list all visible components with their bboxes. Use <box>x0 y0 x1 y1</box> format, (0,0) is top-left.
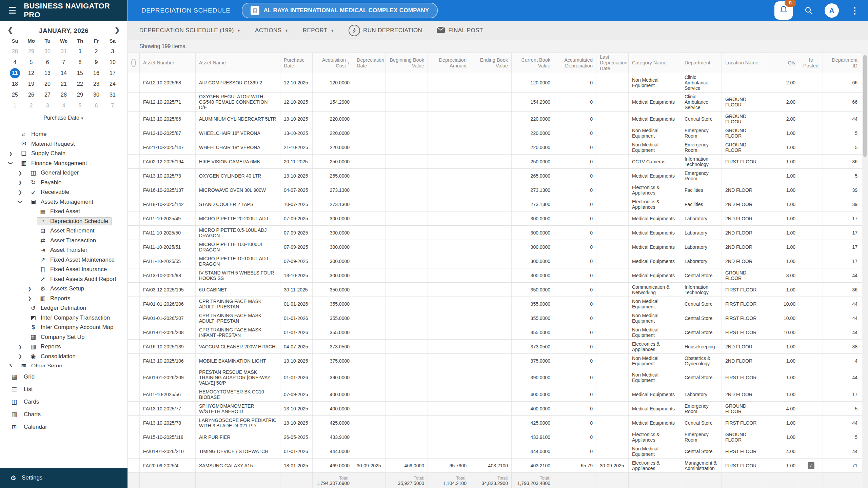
calendar-day[interactable]: 6 <box>88 101 104 111</box>
calendar-sort-field-dropdown[interactable]: Purchase Date▼ <box>7 111 121 126</box>
column-header-department[interactable]: Department <box>681 53 722 73</box>
sidebar-item-supply-chain[interactable]: ❯❏Supply Chain <box>0 149 127 159</box>
calendar-day[interactable]: 21 <box>56 79 72 89</box>
calendar-day[interactable]: 7 <box>104 101 121 111</box>
table-row[interactable]: FA/01-01-2026/208CPR TRAINING FACE MASK … <box>128 325 868 340</box>
calendar-day[interactable]: 31 <box>104 90 121 100</box>
sidebar-item-ledger-defination[interactable]: ↺Ledger Defination <box>0 303 127 313</box>
calendar-day-selected[interactable]: 11 <box>7 68 23 78</box>
user-avatar[interactable]: A <box>825 3 839 18</box>
calendar-day[interactable]: 30 <box>88 90 104 100</box>
chevron-collapsed-icon[interactable]: ❯ <box>9 364 13 367</box>
calendar-day[interactable]: 25 <box>7 90 23 100</box>
sidebar-item-asset-transaction[interactable]: ⇄Asset Transaction <box>0 236 127 246</box>
table-row[interactable]: FA/11-10-2025/55MICRO PIPETTE 10-100UL A… <box>128 254 868 268</box>
table-row[interactable]: FA/11-10-2025/50MICRO PIPETTE 0.5-10UL A… <box>128 226 868 240</box>
calendar-day[interactable]: 5 <box>23 57 39 67</box>
view-item-grid[interactable]: ▦Grid <box>0 370 127 383</box>
actions-dropdown-button[interactable]: ACTIONS ▼ <box>255 27 289 34</box>
calendar-day[interactable]: 19 <box>23 79 39 89</box>
column-header-department-id[interactable]: Department ID <box>823 53 868 73</box>
sidebar-item-asset-transfer[interactable]: ⇥Asset Transfer <box>0 245 127 255</box>
calendar-day[interactable]: 28 <box>7 46 23 57</box>
table-row[interactable]: FA/01-01-2026/207CPR TRAINING FACE MASK … <box>128 311 868 325</box>
calendar-day[interactable]: 29 <box>23 46 39 57</box>
schedule-dropdown-button[interactable]: DEPRECIATION SCHEDULE (199) ▼ <box>139 27 241 34</box>
table-row[interactable]: FA/01-01-2026/209PRESTAN RESCUE MASK TRA… <box>128 368 868 387</box>
column-header-location-name[interactable]: Location Name <box>722 53 765 73</box>
table-row[interactable]: FA/21-10-2025/147WHEELCHAIR 18" VERONA21… <box>128 140 868 155</box>
chevron-collapsed-icon[interactable]: ❯ <box>18 170 22 176</box>
calendar-day[interactable]: 31 <box>56 46 72 57</box>
search-icon[interactable] <box>804 6 813 15</box>
calendar-day[interactable]: 5 <box>72 101 88 111</box>
column-header-asset-number[interactable]: Asset Number <box>140 53 196 73</box>
column-header-last-depreciation-date[interactable]: Last Depreciation Date <box>596 53 629 73</box>
column-header-beginning-book-value[interactable]: Beginning Book Value <box>386 53 428 73</box>
table-row[interactable]: FA/11-10-2025/49MICRO PIPETTE 20-200UL A… <box>128 211 868 226</box>
calendar-day[interactable]: 26 <box>23 90 39 100</box>
calendar-day[interactable]: 20 <box>39 79 56 89</box>
calendar-day[interactable]: 17 <box>104 68 121 78</box>
sidebar-item-general-ledger[interactable]: ❯◫General ledger <box>0 168 127 178</box>
sidebar-item-material-request[interactable]: ✉Material Request <box>0 139 127 149</box>
sidebar-item-consolidation[interactable]: ❯◉Consolidation <box>0 352 127 362</box>
column-header-depreciation-date[interactable]: Depreciation Date <box>353 53 386 73</box>
calendar-day[interactable]: 4 <box>7 57 23 67</box>
calendar-day[interactable]: 14 <box>56 68 72 78</box>
sidebar-item-receivable[interactable]: ❯↙Receivable <box>0 187 127 197</box>
calendar-day[interactable]: 29 <box>72 90 88 100</box>
sidebar-item-depreciation-schedule[interactable]: ◔Depreciation Schedule <box>0 217 127 226</box>
sidebar-item-other-setup[interactable]: ❯▧Other Setup <box>0 361 127 367</box>
sidebar-item-fixed-asset-maintenance[interactable]: ↗Fixed Asset Maintenance <box>0 255 127 265</box>
calendar-day[interactable]: 10 <box>104 57 121 67</box>
calendar-next-icon[interactable]: ❯ <box>114 26 120 34</box>
column-header-current-book-value[interactable]: Current Book Value <box>512 53 554 73</box>
sidebar-item-inter-company-account-map[interactable]: $Inter Company Account Map <box>0 323 127 332</box>
column-header-is-posted[interactable]: Is Posted <box>799 53 823 73</box>
final-post-button[interactable]: FINAL POST <box>436 26 483 35</box>
table-row[interactable]: FA/03-12-2025/1956U CABINET30-11-2025350… <box>128 283 868 297</box>
sidebar-item-company-set-up[interactable]: ▦Company Set Up <box>0 332 127 342</box>
vertical-scrollbar[interactable] <box>862 53 868 488</box>
chevron-collapsed-icon[interactable]: ❯ <box>18 354 22 359</box>
calendar-day[interactable]: 2 <box>23 101 39 111</box>
table-row[interactable]: FA/11-10-2025/56HEMOCYTOMETER BK CC10 BI… <box>128 387 868 402</box>
table-row[interactable]: FA/01-01-2026/210TIMING DEVICE / STOPWAT… <box>128 444 868 459</box>
report-dropdown-button[interactable]: REPORT ▼ <box>303 27 334 34</box>
column-header-qty[interactable]: Qty <box>765 53 799 73</box>
view-item-cards[interactable]: ◫Cards <box>0 395 127 408</box>
table-row[interactable]: FA/16-10-2025/137MICROWAVE OVEN 30L 900W… <box>128 183 868 197</box>
column-header-acquisition-cost[interactable]: Acquisition Cost↑ <box>313 53 353 73</box>
calendar-day[interactable]: 28 <box>56 90 72 100</box>
sidebar-item-fixed-asset[interactable]: ▤Fixed Asset <box>0 207 127 217</box>
column-header-depreciation-amount[interactable]: Depreciation Amount <box>428 53 470 73</box>
calendar-day[interactable]: 12 <box>23 68 39 78</box>
column-header-asset-name[interactable]: Asset Name <box>196 53 280 73</box>
chevron-collapsed-icon[interactable]: ❯ <box>18 180 22 185</box>
chevron-collapsed-icon[interactable]: ❯ <box>9 151 13 156</box>
sidebar-item-asset-retirement[interactable]: ⊟Asset Retirement <box>0 226 127 236</box>
calendar-day[interactable]: 30 <box>39 46 56 57</box>
view-item-calendar[interactable]: ⊞Calendar <box>0 421 127 433</box>
column-header-select-all[interactable] <box>128 53 140 73</box>
company-selector-button[interactable]: AL RAYA INTERNATIONAL MEDICAL COMPLEX CO… <box>242 3 438 18</box>
calendar-day[interactable]: 7 <box>56 57 72 67</box>
table-row[interactable]: FA/20-09-2025/4SAMSUNG GALAXY A1518-01-2… <box>128 459 868 473</box>
calendar-day[interactable]: 1 <box>7 101 23 111</box>
chevron-expanded-icon[interactable]: ❯ <box>8 161 13 165</box>
column-header-purchase-date[interactable]: Purchase Date <box>280 53 313 73</box>
sidebar-item-fixed-asset-insurance[interactable]: ∏Fixed Asset Insurance <box>0 265 127 274</box>
table-row[interactable]: FA/12-10-2025/68AIR COMPRESSOR C1399-212… <box>128 73 868 93</box>
sidebar-item-inter-company-transaction[interactable]: ◩Inter Company Transaction <box>0 313 127 323</box>
table-row[interactable]: FA/18-10-2025/142STAND COOLER 2 TAPS10-0… <box>128 197 868 211</box>
column-header-accumulated-depreciation[interactable]: Accumulated Depreciation <box>554 53 596 73</box>
calendar-day[interactable]: 1 <box>72 46 88 57</box>
sidebar-item-assets-setup[interactable]: ❯⚙Assets Setup <box>0 284 127 294</box>
table-row[interactable]: FA/12-10-2025/71OXYGEN REGULATOR WITH CG… <box>128 93 868 112</box>
calendar-day[interactable]: 9 <box>88 57 104 67</box>
chevron-collapsed-icon[interactable]: ❯ <box>28 296 32 301</box>
column-header-ending-book-value[interactable]: Ending Book Value <box>470 53 512 73</box>
table-row[interactable]: FA/13-10-2025/78LARYNGOSCOPE FOR PEDIATR… <box>128 416 868 430</box>
table-row[interactable]: FA/15-10-2025/118AIR PURIFIER26-05-20254… <box>128 430 868 444</box>
